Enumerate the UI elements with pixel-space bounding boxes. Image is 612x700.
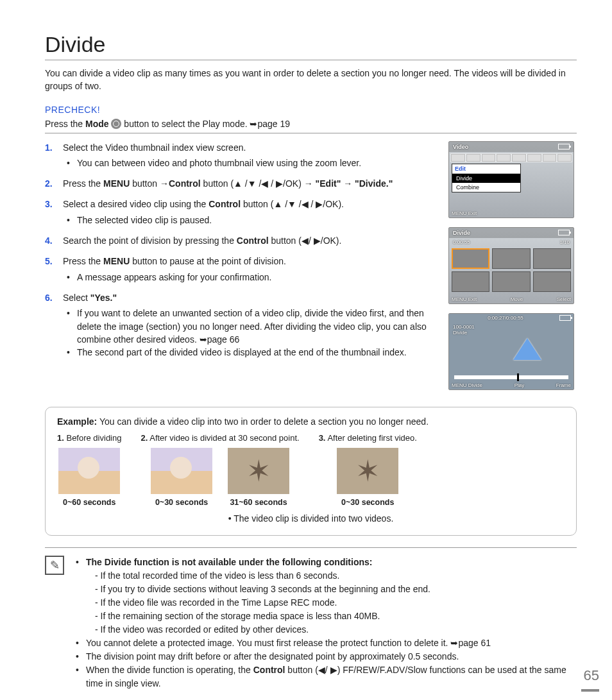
precheck-line: Press the Mode button to select the Play… bbox=[45, 119, 577, 133]
example-note: The video clip is divided into two video… bbox=[57, 513, 565, 524]
screenshot-thumbs: Divide 0:00:551/10 MENU ExitMoveSelect bbox=[448, 227, 574, 304]
example-thumbnail bbox=[228, 448, 289, 494]
notes-block: The Divide function is not available und… bbox=[73, 556, 577, 690]
divider bbox=[45, 547, 577, 548]
steps-list: 1.Select the Video thumbnail index view … bbox=[45, 141, 436, 359]
intro-text: You can divide a video clip as many time… bbox=[45, 67, 577, 93]
mode-icon bbox=[111, 119, 121, 129]
step-item: 2.Press the MENU button →Control button … bbox=[45, 177, 436, 190]
battery-icon bbox=[558, 144, 570, 149]
example-thumbnail bbox=[58, 448, 120, 494]
step-item: 5.Press the MENU button to pause at the … bbox=[45, 255, 436, 284]
battery-icon bbox=[559, 315, 571, 321]
page-number: 65 bbox=[584, 667, 599, 684]
divide-arrow-icon bbox=[513, 338, 541, 360]
battery-icon bbox=[558, 230, 570, 235]
progress-bar bbox=[454, 375, 568, 379]
note-icon bbox=[45, 556, 64, 575]
screenshot-menu: Video Edit Divide Combine MENU Exit bbox=[448, 141, 574, 218]
step-item: 3.Select a desired video clip using the … bbox=[45, 198, 436, 226]
example-thumbnail bbox=[337, 448, 398, 494]
precheck-label: PRECHECK! bbox=[45, 105, 577, 115]
example-thumbnail bbox=[151, 448, 212, 494]
page-title: Divide bbox=[45, 32, 577, 60]
step-item: 6.Select "Yes."If you want to delete an … bbox=[45, 291, 436, 359]
step-item: 1.Select the Video thumbnail index view … bbox=[45, 141, 436, 170]
screenshot-divide-play: 0:00:27/0:00:55 100-0001Divide MENU Divi… bbox=[448, 313, 574, 390]
step-item: 4.Search the point of division by pressi… bbox=[45, 234, 436, 247]
example-box: Example: You can divide a video clip int… bbox=[45, 407, 577, 536]
